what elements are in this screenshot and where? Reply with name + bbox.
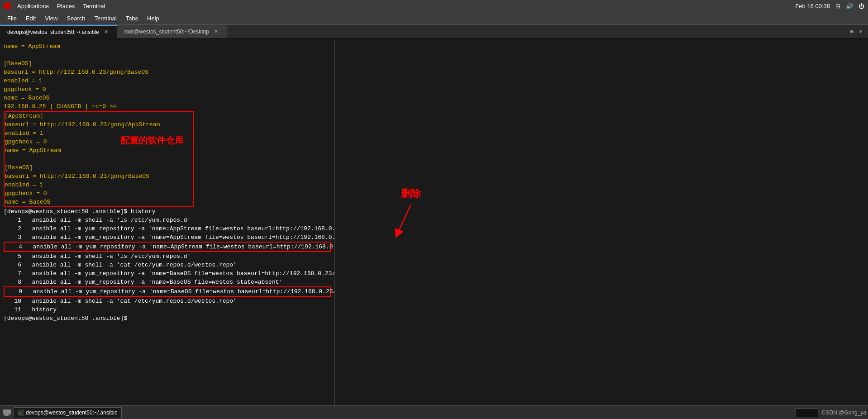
line-8: 192.168.0.25 | CHANGED | rc=0 >> (4, 102, 331, 111)
tab-bar: devops@westos_student50:~/.ansible ✕ roo… (0, 25, 868, 38)
menu-places[interactable]: Places (53, 3, 78, 10)
taskbar-desktop-icon[interactable] (2, 408, 12, 418)
hist-11: 11 history (4, 305, 331, 314)
audio-icon: 🔊 (846, 3, 853, 10)
svg-line-1 (397, 205, 411, 234)
menu-applications[interactable]: Applications (14, 3, 52, 10)
hist-8: 8 ansible all -m yum_repository -a 'name… (4, 278, 331, 286)
line-5: enabled = 1 (4, 76, 331, 85)
taskbar-left: >_ devops@westos_student50:~/.ansible (2, 407, 122, 418)
annotation-label-cangku: 配置的软件仓库 (120, 134, 184, 147)
line-2 (4, 51, 331, 59)
annotation-box-appstream: [AppStream] baseurl = http://192.168.0.2… (4, 111, 194, 207)
menu-terminal[interactable]: Terminal (79, 3, 109, 10)
os-icon (4, 2, 11, 10)
terminal-icon: >_ (18, 409, 24, 416)
line-4: baseurl = http://192.168.0.23/gong/BaseO… (4, 68, 331, 76)
line-3: [BaseOS] (4, 59, 331, 68)
menu-help[interactable]: Help (143, 14, 163, 23)
line-19: name = BaseOS (5, 198, 193, 206)
menu-bar: File Edit View Search Terminal Tabs Help (0, 12, 868, 25)
datetime: Feb 16 00:38 (795, 3, 830, 10)
hist-10: 10 ansible all -m shell -a 'cat /etc/yum… (4, 297, 331, 305)
tab-left[interactable]: devops@westos_student50:~/.ansible ✕ (0, 25, 117, 38)
tab-dropdown-icon[interactable]: ▾ (857, 27, 864, 36)
hist-2: 2 ansible all -m yum_repository -a 'name… (4, 224, 331, 233)
line-18: gpgcheck = 0 (5, 189, 193, 198)
hist-4: 4 ansible all -m yum_repository -a 'name… (4, 242, 331, 252)
menu-search[interactable]: Search (63, 14, 89, 23)
prompt-end: [devops@westos_student50 .ansible]$ (4, 314, 331, 323)
history-cmd: [devops@westos_student50 .ansible]$ hist… (4, 207, 331, 216)
line-14 (5, 155, 193, 163)
tab-right-close[interactable]: ✕ (213, 28, 219, 35)
line-13: name = AppStream (5, 146, 193, 155)
hist-3: 3 ansible all -m yum_repository -a 'name… (4, 233, 331, 242)
line-1: name = AppStream (4, 42, 331, 51)
delete-annotation: 删除 (393, 187, 429, 238)
menu-file[interactable]: File (4, 14, 20, 23)
menu-tabs[interactable]: Tabs (122, 14, 142, 23)
system-bar-left: Applications Places Terminal (4, 2, 109, 10)
pane-left: name = AppStream [BaseOS] baseurl = http… (0, 40, 335, 405)
taskbar-app-label: devops@westos_student50:~/.ansible (26, 409, 118, 416)
menu-view[interactable]: View (41, 14, 61, 23)
svg-rect-4 (4, 415, 10, 416)
desktop-svg-icon (3, 409, 11, 416)
delete-label: 删除 (393, 187, 429, 200)
system-bar: Applications Places Terminal Feb 16 00:3… (0, 0, 868, 12)
terminal-content: name = AppStream [BaseOS] baseurl = http… (0, 38, 868, 405)
hist-1: 1 ansible all -m shell -a 'ls /etc/yum.r… (4, 216, 331, 224)
tab-expand-icon[interactable]: ⊞ (848, 27, 855, 36)
taskbar-watermark: CSDN @Gong_ya (822, 409, 866, 416)
svg-rect-2 (3, 409, 11, 414)
hist-5: 5 ansible all -m shell -a 'ls /etc/yum.r… (4, 252, 331, 261)
menu-edit[interactable]: Edit (22, 14, 39, 23)
pane-right: 删除 (335, 40, 868, 405)
terminal-window: File Edit View Search Terminal Tabs Help… (0, 12, 868, 405)
line-6: gpgcheck = 0 (4, 85, 331, 94)
network-icon: ⊟ (835, 3, 840, 10)
line-16: baseurl = http://192.168.0.23/gong/BaseO… (5, 172, 193, 181)
line-7: name = BaseOS (4, 94, 331, 102)
delete-arrow-icon (393, 202, 429, 238)
right-pane-content: 删除 (339, 42, 864, 404)
tab-actions: ⊞ ▾ (848, 25, 868, 38)
tab-right-label: root@westos_student50:~/Desktop (124, 29, 209, 35)
line-15: [BaseOS] (5, 163, 193, 172)
tab-right[interactable]: root@westos_student50:~/Desktop ✕ (117, 25, 227, 38)
system-bar-right: Feb 16 00:38 ⊟ 🔊 ⏻ (795, 3, 864, 10)
taskbar: >_ devops@westos_student50:~/.ansible CS… (0, 405, 868, 419)
hist-7: 7 ansible all -m yum_repository -a 'name… (4, 269, 331, 278)
svg-rect-3 (5, 414, 8, 415)
hist-6: 6 ansible all -m shell -a 'cat /etc/yum.… (4, 261, 331, 269)
line-17: enabled = 1 (5, 181, 193, 189)
line-9: [AppStream] (5, 112, 193, 120)
line-10: baseurl = http://192.168.0.23/gong/AppSt… (5, 120, 193, 129)
power-icon: ⏻ (858, 3, 864, 10)
taskbar-right: CSDN @Gong_ya (796, 408, 866, 417)
tab-left-close[interactable]: ✕ (103, 29, 110, 35)
taskbar-app-terminal[interactable]: >_ devops@westos_student50:~/.ansible (14, 407, 122, 418)
menu-terminal[interactable]: Terminal (91, 14, 120, 23)
svg-text:>_: >_ (19, 411, 24, 415)
tab-left-label: devops@westos_student50:~/.ansible (7, 29, 99, 35)
pane-left-inner: name = AppStream [BaseOS] baseurl = http… (4, 42, 331, 323)
taskbar-preview (796, 408, 818, 417)
hist-9: 9 ansible all -m yum_repository -a 'name… (4, 286, 331, 297)
